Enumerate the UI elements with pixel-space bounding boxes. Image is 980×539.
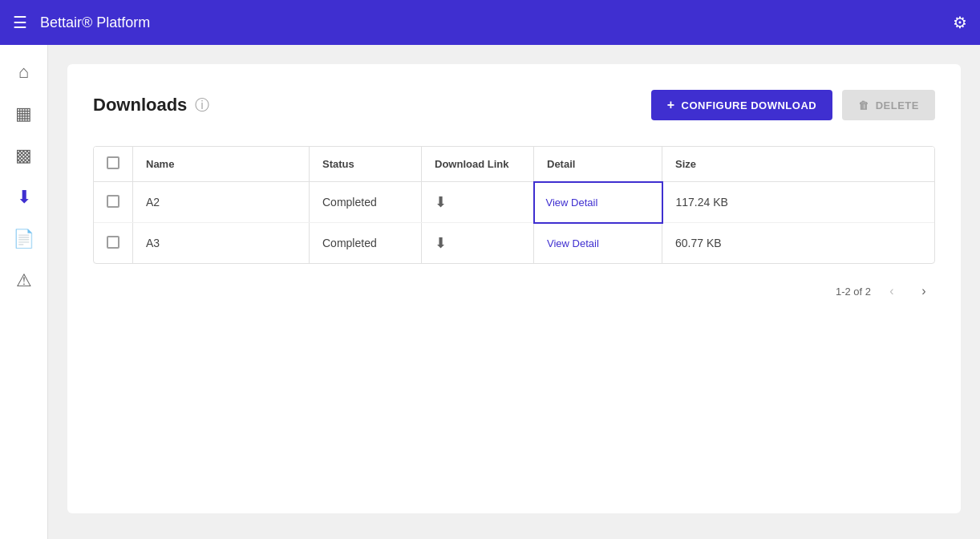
sidebar-item-documents[interactable]: 📄 — [6, 221, 42, 257]
top-navigation: ☰ Bettair® Platform ⚙ — [0, 0, 980, 45]
row1-download-link-cell: ⬇ — [422, 182, 534, 223]
plus-icon: + — [667, 98, 675, 112]
row2-status: Completed — [310, 223, 422, 264]
reports-icon: ▩ — [15, 145, 32, 166]
sidebar-item-analytics[interactable]: ▦ — [6, 96, 42, 132]
pagination: 1-2 of 2 ‹ › — [93, 277, 935, 306]
configure-download-button[interactable]: + CONFIGURE DOWNLOAD — [651, 90, 832, 120]
content-area: Downloads ⓘ + CONFIGURE DOWNLOAD 🗑 DELET… — [48, 45, 980, 539]
pagination-next-button[interactable]: › — [913, 280, 935, 302]
pagination-text: 1-2 of 2 — [836, 286, 871, 298]
delete-button-label: DELETE — [876, 99, 919, 111]
row1-status: Completed — [310, 182, 422, 223]
configure-button-label: CONFIGURE DOWNLOAD — [682, 99, 817, 111]
row1-detail-cell: View Detail — [534, 182, 662, 223]
sidebar-item-downloads[interactable]: ⬇ — [6, 180, 42, 215]
row2-size: 60.77 KB — [662, 223, 935, 264]
settings-icon[interactable]: ⚙ — [953, 13, 967, 32]
row1-size: 117.24 KB — [662, 182, 935, 223]
row2-download-icon[interactable]: ⬇ — [435, 235, 447, 251]
select-all-checkbox[interactable] — [107, 156, 119, 169]
page-title-area: Downloads ⓘ — [93, 95, 209, 116]
row1-checkbox-cell — [94, 182, 133, 223]
column-header-download-link: Download Link — [422, 147, 534, 182]
header-actions: + CONFIGURE DOWNLOAD 🗑 DELETE — [651, 90, 935, 120]
help-icon[interactable]: ⓘ — [195, 95, 209, 115]
sidebar-item-alerts[interactable]: ⚠ — [6, 263, 42, 298]
table-header-row: Name Status Download Link Detail — [94, 147, 934, 182]
downloads-table: Name Status Download Link Detail — [94, 147, 934, 263]
row2-checkbox[interactable] — [107, 236, 119, 249]
row2-view-detail-link[interactable]: View Detail — [547, 237, 599, 249]
table-row: A3 Completed ⬇ View Detail 60.77 KB — [94, 223, 934, 264]
menu-icon[interactable]: ☰ — [13, 13, 27, 32]
analytics-icon: ▦ — [15, 103, 32, 124]
alerts-icon: ⚠ — [16, 270, 32, 291]
downloads-icon: ⬇ — [17, 187, 31, 208]
row1-view-detail-link[interactable]: View Detail — [546, 197, 598, 209]
row2-name: A3 — [133, 223, 310, 264]
main-layout: ⌂ ▦ ▩ ⬇ 📄 ⚠ Downloads ⓘ — [0, 45, 980, 539]
documents-icon: 📄 — [13, 229, 34, 249]
row1-download-icon[interactable]: ⬇ — [435, 194, 447, 210]
trash-icon: 🗑 — [858, 99, 869, 111]
sidebar: ⌂ ▦ ▩ ⬇ 📄 ⚠ — [0, 45, 48, 539]
delete-button[interactable]: 🗑 DELETE — [842, 90, 935, 120]
row2-detail-cell: View Detail — [534, 223, 662, 264]
column-header-checkbox — [94, 147, 133, 182]
row2-download-link-cell: ⬇ — [422, 223, 534, 264]
home-icon: ⌂ — [18, 62, 29, 83]
column-header-status: Status — [310, 147, 422, 182]
column-header-detail: Detail — [534, 147, 662, 182]
row1-name: A2 — [133, 182, 310, 223]
page-header: Downloads ⓘ + CONFIGURE DOWNLOAD 🗑 DELET… — [93, 90, 935, 120]
pagination-prev-button[interactable]: ‹ — [881, 280, 903, 302]
table-row: A2 Completed ⬇ View Detail 117.24 KB — [94, 182, 934, 223]
app-title: Bettair® Platform — [40, 14, 150, 31]
sidebar-item-reports[interactable]: ▩ — [6, 138, 42, 173]
row1-checkbox[interactable] — [107, 195, 119, 208]
row2-checkbox-cell — [94, 223, 133, 264]
page-title: Downloads — [93, 95, 187, 116]
downloads-table-container: Name Status Download Link Detail — [93, 146, 935, 264]
column-header-name: Name — [133, 147, 310, 182]
sidebar-item-home[interactable]: ⌂ — [6, 55, 42, 90]
main-card: Downloads ⓘ + CONFIGURE DOWNLOAD 🗑 DELET… — [67, 64, 961, 513]
column-header-size: Size — [662, 147, 935, 182]
